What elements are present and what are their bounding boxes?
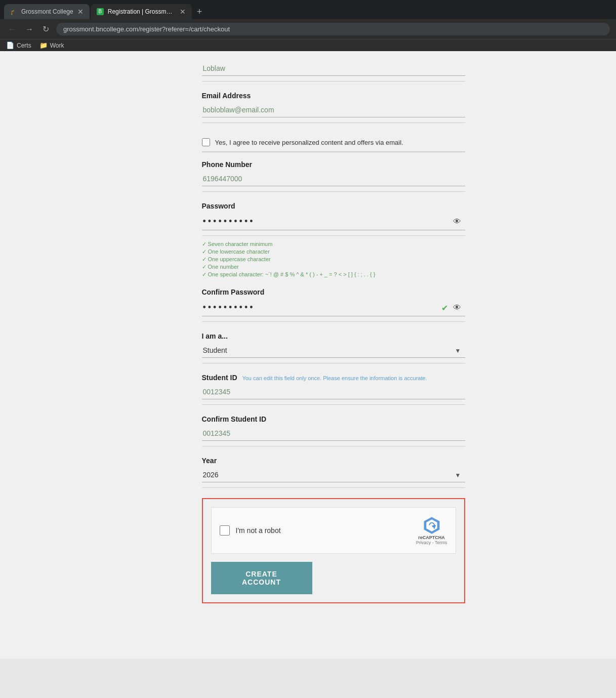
- back-button[interactable]: ←: [6, 23, 18, 36]
- captcha-left: I'm not a robot: [220, 525, 281, 536]
- confirm-student-id-field: Confirm Student ID: [202, 415, 465, 446]
- email-consent-label: Yes, I agree to receive personalized con…: [215, 139, 403, 146]
- new-tab-button[interactable]: +: [193, 5, 207, 19]
- recaptcha-logo: reCAPTCHA Privacy - Terms: [416, 516, 447, 545]
- certs-folder-icon: 📄: [6, 42, 14, 49]
- student-id-note: You can edit this field only once. Pleas…: [242, 375, 427, 381]
- confirm-student-id-label: Confirm Student ID: [202, 415, 465, 423]
- password-field: Password 👁 Seven character minimum One l…: [202, 202, 465, 278]
- email-consent-checkbox[interactable]: [202, 138, 210, 146]
- browser-chrome: 🎓 Grossmont College ✕ B Registration | G…: [0, 0, 616, 51]
- captcha-and-submit-section: I'm not a robot reCAPTCHA Privacy - Term…: [202, 498, 465, 603]
- phone-input[interactable]: [202, 172, 465, 186]
- year-select[interactable]: 2022 2023 2024 2025 2026 2027: [202, 468, 465, 482]
- req-lowercase: One lowercase character: [202, 249, 465, 255]
- tab-registration[interactable]: B Registration | Grossmont Colleg... ✕: [91, 4, 192, 19]
- bookmark-certs[interactable]: 📄 Certs: [6, 42, 31, 49]
- email-consent-row: Yes, I agree to receive personalized con…: [202, 133, 465, 152]
- recaptcha-logo-icon: [422, 516, 441, 535]
- email-label: Email Address: [202, 92, 465, 100]
- recaptcha-checkbox[interactable]: [220, 525, 230, 536]
- phone-label: Phone Number: [202, 160, 465, 169]
- student-id-input[interactable]: [202, 385, 465, 399]
- registration-form: Email Address Yes, I agree to receive pe…: [202, 61, 465, 638]
- req-uppercase: One uppercase character: [202, 256, 465, 263]
- tab1-title: Grossmont College: [21, 8, 73, 15]
- recaptcha-terms-link[interactable]: Terms: [435, 540, 447, 545]
- password-requirements: Seven character minimum One lowercase ch…: [202, 241, 465, 278]
- tab2-favicon: B: [97, 8, 104, 15]
- role-label: I am a...: [202, 332, 465, 340]
- role-select-wrapper: Student Faculty Staff Community ▼: [202, 343, 465, 358]
- student-id-field: Student ID You can edit this field only …: [202, 374, 465, 405]
- email-field: Email Address: [202, 92, 465, 123]
- password-input[interactable]: [202, 213, 465, 230]
- confirm-student-id-input[interactable]: [202, 426, 465, 441]
- role-field: I am a... Student Faculty Staff Communit…: [202, 332, 465, 363]
- last-name-field: [202, 61, 465, 81]
- password-eye-icon[interactable]: 👁: [453, 217, 461, 226]
- recaptcha-label: I'm not a robot: [236, 526, 281, 535]
- bookmarks-bar: 📄 Certs 📁 Work: [0, 39, 616, 51]
- role-select[interactable]: Student Faculty Staff Community: [202, 343, 465, 358]
- reload-button[interactable]: ↻: [40, 22, 51, 36]
- confirm-password-input[interactable]: [202, 299, 465, 316]
- student-id-label: Student ID You can edit this field only …: [202, 374, 465, 382]
- phone-field: Phone Number: [202, 160, 465, 192]
- bookmark-work-label: Work: [50, 42, 64, 49]
- last-name-input[interactable]: [202, 61, 465, 76]
- create-account-button[interactable]: CREATE ACCOUNT: [211, 562, 312, 594]
- recaptcha-brand-text: reCAPTCHA: [418, 535, 445, 540]
- password-match-check-icon: ✔: [441, 303, 448, 313]
- work-folder-icon: 📁: [39, 42, 48, 49]
- email-input[interactable]: [202, 103, 465, 117]
- nav-bar: ← → ↻ grossmont.bncollege.com/register?r…: [0, 19, 616, 39]
- confirm-password-field: Confirm Password ✔ 👁: [202, 288, 465, 322]
- forward-button[interactable]: →: [23, 23, 35, 36]
- tab1-favicon: 🎓: [10, 8, 17, 15]
- req-min-chars: Seven character minimum: [202, 241, 465, 248]
- recaptcha-box: I'm not a robot reCAPTCHA Privacy - Term…: [211, 507, 456, 554]
- tab2-close-icon[interactable]: ✕: [180, 8, 186, 15]
- recaptcha-links: Privacy - Terms: [416, 540, 447, 545]
- year-label: Year: [202, 457, 465, 465]
- req-special: One special character: ~`! @ # $ % ^ & *…: [202, 271, 465, 278]
- bookmark-certs-label: Certs: [17, 42, 31, 49]
- tab1-close-icon[interactable]: ✕: [77, 8, 84, 15]
- address-bar[interactable]: grossmont.bncollege.com/register?referer…: [56, 23, 610, 35]
- recaptcha-privacy-link[interactable]: Privacy: [416, 540, 431, 545]
- confirm-password-label: Confirm Password: [202, 288, 465, 296]
- confirm-password-eye-icon[interactable]: 👁: [453, 303, 461, 312]
- tab2-title: Registration | Grossmont Colleg...: [108, 8, 176, 15]
- bookmark-work[interactable]: 📁 Work: [39, 42, 64, 49]
- req-number: One number: [202, 264, 465, 270]
- year-field: Year 2022 2023 2024 2025 2026 2027 ▼: [202, 457, 465, 488]
- tab-grossmont[interactable]: 🎓 Grossmont College ✕: [4, 4, 90, 19]
- page-content: Email Address Yes, I agree to receive pe…: [0, 51, 616, 659]
- tab-bar: 🎓 Grossmont College ✕ B Registration | G…: [0, 0, 616, 19]
- password-label: Password: [202, 202, 465, 210]
- year-select-wrapper: 2022 2023 2024 2025 2026 2027 ▼: [202, 468, 465, 482]
